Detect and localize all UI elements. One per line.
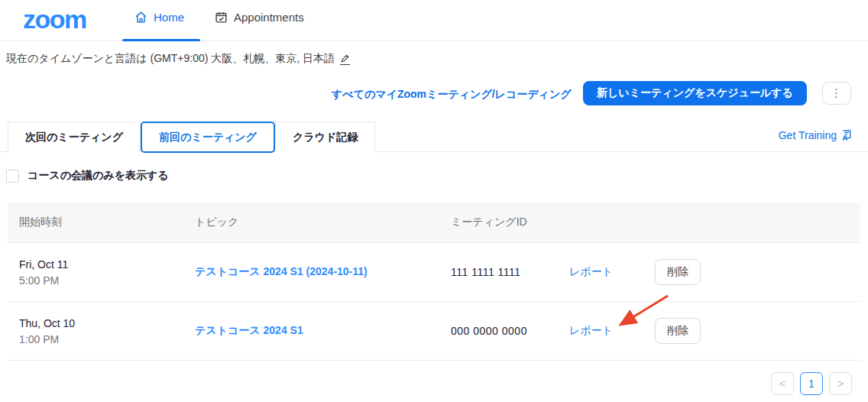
vertical-ellipsis-icon: ⋮: [831, 86, 843, 100]
previous-meetings-table: 開始時刻 トピック ミーティングID Fri, Oct 11 5:00 PM テ…: [8, 203, 860, 361]
nav-tab-appointments[interactable]: Appointments: [215, 11, 304, 24]
meeting-topic-link[interactable]: テストコース 2024 S1: [195, 324, 303, 336]
home-icon: [134, 11, 147, 24]
start-time-cell: Fri, Oct 11 5:00 PM: [19, 258, 195, 287]
more-options-button[interactable]: ⋮: [822, 82, 851, 105]
zoom-logo: zoom: [23, 5, 86, 34]
all-zoom-meetings-link[interactable]: すべてのマイZoomミーティング/レコーディング: [332, 88, 572, 102]
nav-appointments-label: Appointments: [234, 11, 304, 24]
timezone-text: 現在のタイムゾーンと言語は (GMT+9:00) 大阪、札幌、東京, 日本語: [6, 52, 335, 66]
header-topic: トピック: [195, 216, 451, 229]
pagination-next-button[interactable]: >: [829, 372, 852, 395]
pagination: < 1 >: [771, 372, 852, 395]
calendar-check-icon: [215, 11, 228, 24]
course-filter-row: コースの会議のみを表示する: [6, 169, 169, 183]
edit-timezone-icon[interactable]: [340, 53, 350, 65]
report-link[interactable]: レポート: [569, 265, 613, 277]
top-navigation-bar: zoom Home Appointments: [0, 0, 868, 41]
schedule-new-meeting-button[interactable]: 新しいミーティングをスケジュールする: [583, 81, 807, 105]
meeting-topic-link[interactable]: テストコース 2024 S1 (2024-10-11): [195, 265, 368, 277]
delete-button[interactable]: 削除: [655, 318, 701, 344]
active-tab-underline: [122, 39, 200, 41]
course-only-checkbox[interactable]: [6, 170, 19, 183]
header-start-time: 開始時刻: [19, 216, 195, 229]
report-link[interactable]: レポート: [569, 324, 613, 336]
training-doc-icon: [840, 129, 853, 141]
pagination-prev-button[interactable]: <: [771, 372, 794, 395]
table-row: Fri, Oct 11 5:00 PM テストコース 2024 S1 (2024…: [8, 243, 860, 302]
meeting-id: 000 0000 0000: [451, 325, 569, 337]
table-header-row: 開始時刻 トピック ミーティングID: [8, 203, 860, 243]
nav-home-label: Home: [154, 11, 184, 24]
meeting-tabs: 次回のミーティング 前回のミーティング クラウド記録: [8, 122, 375, 152]
course-only-label: コースの会議のみを表示する: [28, 169, 169, 183]
start-time-cell: Thu, Oct 10 1:00 PM: [19, 317, 195, 345]
pagination-page-1-button[interactable]: 1: [800, 372, 823, 395]
tab-previous-meetings[interactable]: 前回のミーティング: [141, 122, 275, 153]
tab-upcoming-meetings[interactable]: 次回のミーティング: [8, 122, 141, 152]
meeting-time: 5:00 PM: [19, 274, 195, 287]
delete-button[interactable]: 削除: [655, 259, 701, 285]
meeting-time: 1:00 PM: [19, 333, 195, 345]
get-training-label: Get Training: [779, 129, 837, 141]
meeting-date: Thu, Oct 10: [19, 317, 195, 329]
header-meeting-id: ミーティングID: [451, 216, 569, 229]
zoom-lms-page: zoom Home Appointments 現在のタイムゾーンと言語は (GM…: [0, 0, 868, 402]
nav-tab-home[interactable]: Home: [134, 11, 184, 24]
get-training-link[interactable]: Get Training: [779, 129, 853, 141]
meeting-date: Fri, Oct 11: [19, 258, 195, 271]
meeting-id: 111 1111 1111: [451, 266, 569, 278]
table-row: Thu, Oct 10 1:00 PM テストコース 2024 S1 000 0…: [8, 302, 860, 361]
tab-cloud-recordings[interactable]: クラウド記録: [275, 122, 375, 152]
timezone-language-line: 現在のタイムゾーンと言語は (GMT+9:00) 大阪、札幌、東京, 日本語: [6, 52, 350, 66]
meeting-tabs-row: 次回のミーティング 前回のミーティング クラウド記録 Get Training: [0, 122, 868, 152]
